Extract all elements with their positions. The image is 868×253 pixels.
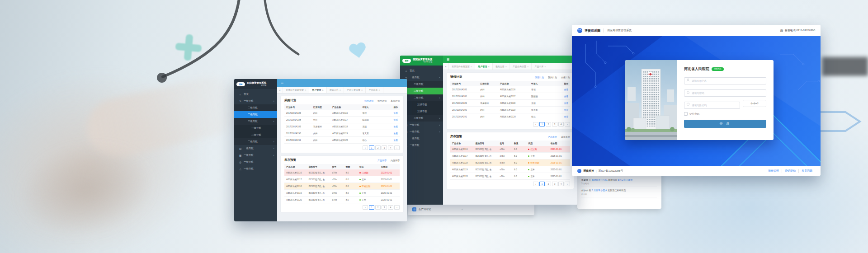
prev-page-icon[interactable]: ‹ (363, 205, 368, 210)
sidebar-nav-item[interactable]: ◷ 一级导航 (234, 159, 277, 165)
login-body: 河北省人民医院 演示用品 (572, 36, 821, 166)
plan-type-link[interactable]: 领用计划 (535, 76, 544, 79)
password-input[interactable] (684, 89, 766, 97)
system-name: 供应商供货管理系统 (607, 28, 632, 33)
captcha-question[interactable]: 6+8=? (743, 100, 766, 107)
inventory-type-links: 产品库存高值库存 (548, 136, 570, 138)
sidebar-nav-item[interactable]: ▤ 一级导航 (234, 145, 277, 152)
section-title: 库存预警 (450, 135, 462, 139)
tab[interactable]: 通知公告 ⊙ (493, 63, 510, 70)
tab[interactable]: 用户管理 ⊙ (309, 87, 326, 93)
cell-quantity: 8.0 (344, 183, 358, 190)
view-link[interactable]: 查看 (393, 112, 398, 114)
captcha-input[interactable] (684, 102, 740, 109)
tab-label: 用户管理 (478, 65, 487, 68)
view-link[interactable]: 查看 (564, 109, 568, 111)
page-number[interactable]: 1 (369, 145, 374, 150)
sidebar-nav-item[interactable]: 三级导航 (234, 131, 277, 138)
plan-type-link[interactable]: 预约计划 (548, 76, 557, 79)
view-link[interactable]: 查看 (564, 116, 568, 118)
next-page-icon[interactable]: › (565, 182, 570, 186)
collapse-tabs-icon[interactable]: « (277, 87, 283, 93)
tab[interactable]: 资质证件效期预警 ⊙ (449, 63, 475, 70)
prev-page-icon[interactable]: ‹ (533, 182, 538, 186)
remember-checkbox[interactable] (684, 112, 688, 116)
plan-type-link[interactable]: 预约计划 (377, 99, 387, 102)
page-number[interactable]: 1 (539, 122, 545, 126)
feed-link[interactable]: 5月日常小需求 (618, 178, 633, 181)
tab[interactable]: 产品分类设置 ⊙ (344, 87, 366, 93)
hero-banner: 博健 医院物资管理系统 管理端 ⌂ 首页 ✎ 一级导航 二级导航 (0, 0, 868, 253)
view-link[interactable]: 查看 (393, 119, 398, 121)
plan-type-link[interactable]: 高值计划 (561, 76, 570, 79)
page-number[interactable]: 3 (382, 205, 387, 210)
view-link[interactable]: 查看 (564, 102, 568, 104)
lock-icon (686, 90, 690, 94)
prev-page-icon[interactable]: ‹ (533, 122, 538, 126)
tab[interactable]: 通知公告 ⊙ (327, 87, 344, 93)
next-page-icon[interactable]: › (394, 205, 400, 210)
page-number[interactable]: 3 (382, 145, 387, 150)
cell-product: ABS床头柜0118 (498, 100, 529, 107)
sidebar-nav-item[interactable]: ✎ 一级导航 (234, 98, 277, 104)
sidebar-nav-item[interactable]: 二级导航 (234, 104, 277, 111)
page-number[interactable]: 3 (552, 122, 557, 126)
view-link[interactable]: 查看 (564, 89, 568, 91)
cell-plan-no: 20171001A191 (450, 113, 478, 120)
sidebar-nav-item[interactable]: 二级导航 (234, 138, 277, 145)
cell-batch: o78o (498, 159, 512, 166)
page-number[interactable]: 3 (552, 182, 557, 186)
view-link[interactable]: 查看 (393, 132, 398, 135)
view-link[interactable]: 查看 (393, 139, 398, 141)
sidebar-nav-item[interactable]: 二级导航 (234, 118, 277, 125)
background-hand-shadow (11, 133, 160, 246)
username-input[interactable] (684, 77, 766, 84)
inventory-type-link[interactable]: 高值库存 (561, 136, 570, 138)
sidebar-nav-item[interactable]: ▦ 一级导航 (234, 152, 277, 159)
nav-item-label: 一级导航 (244, 160, 254, 164)
tab[interactable]: 用户管理 ⊙ (475, 63, 492, 70)
tab[interactable]: 资质证件效期预警 ⊙ (283, 87, 309, 93)
page-number[interactable]: 2 (375, 205, 381, 210)
next-page-icon[interactable]: › (394, 145, 400, 150)
page-number[interactable]: 4 (558, 122, 564, 126)
footer-link[interactable]: 常见问题 (798, 169, 815, 173)
login-button[interactable]: 登 录 (684, 120, 766, 128)
plan-type-link[interactable]: 领用计划 (364, 99, 373, 102)
next-page-icon[interactable]: › (565, 122, 570, 126)
page-number[interactable]: 4 (558, 182, 564, 186)
sidebar-nav-item[interactable]: △ 一级导航 (234, 165, 277, 172)
collapse-tabs-icon[interactable]: « (443, 63, 449, 70)
inventory-warning-card: 库存预警 产品库存高值库存 产品名称规格型号批号数量状态有效期 ABS床头柜01… (281, 156, 403, 212)
menu-toggle-icon[interactable]: ☰ (281, 81, 283, 85)
tab[interactable]: 产品出库 ⊙ (366, 87, 383, 93)
nav-item-label: 二级导航 (414, 96, 424, 99)
menu-toggle-icon[interactable]: ☰ (447, 58, 449, 61)
inventory-type-link[interactable]: 产品库存 (377, 159, 387, 162)
page-number[interactable]: 2 (375, 145, 381, 150)
sidebar-nav-item[interactable]: ⌂ 首页 (400, 67, 443, 74)
inventory-type-link[interactable]: 产品库存 (548, 136, 557, 138)
page-number[interactable]: 4 (388, 145, 393, 150)
table-row: 20171001A185 内科 ABS床头柜0116 李程 查看 (284, 110, 400, 117)
view-link[interactable]: 查看 (393, 126, 398, 128)
tab[interactable]: 产品出库 ⊙ (532, 63, 549, 70)
view-link[interactable]: 查看 (564, 95, 568, 98)
page-number[interactable]: 1 (539, 182, 545, 186)
sidebar-nav-item[interactable]: ⌂ 首页 (234, 91, 277, 98)
page-number[interactable]: 2 (546, 122, 551, 126)
page-number[interactable]: 4 (388, 205, 393, 210)
feed-link[interactable]: 5 月日常小需求 (592, 189, 607, 192)
sidebar-nav-item[interactable]: 二级导航 (234, 111, 277, 118)
tab[interactable]: 产品分类设置 ⊙ (510, 63, 532, 70)
inventory-type-link[interactable]: 高值库存 (391, 159, 400, 162)
license-label[interactable]: 生产许可证 (419, 208, 431, 211)
sidebar-nav-item[interactable]: 三级导航 (234, 125, 277, 131)
prev-page-icon[interactable]: ‹ (363, 145, 368, 150)
plan-type-link[interactable]: 高值计划 (391, 99, 400, 102)
page-number[interactable]: 2 (546, 182, 551, 186)
feed-link[interactable]: 风驰精英小分队 (592, 178, 608, 181)
page-number[interactable]: 1 (369, 205, 374, 210)
footer-link[interactable]: 密钥驱动 (782, 169, 798, 173)
footer-link[interactable]: 操作说明 (765, 169, 782, 173)
